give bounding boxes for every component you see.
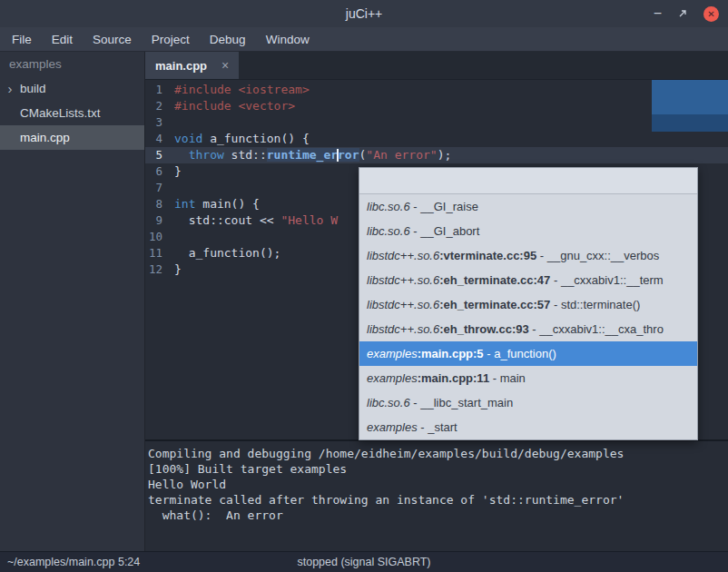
window-title: juCi++	[0, 6, 728, 21]
blue-tooltip-panel	[652, 80, 728, 132]
frame-function: __GI_abort	[420, 224, 479, 238]
frame-module: libstdc++.so.6	[367, 298, 439, 311]
close-icon: ✕	[707, 9, 714, 19]
frame-module: examples	[367, 347, 418, 360]
blue-tooltip-panel-lower	[652, 114, 728, 132]
stack-trace-popup: libc.so.6 - __GI_raiselibc.so.6 - __GI_a…	[359, 167, 698, 440]
sidebar: examples ›buildCMakeLists.txtmain.cpp	[0, 52, 145, 551]
line-number: 1	[145, 82, 170, 98]
stack-frame-row[interactable]: examples - _start	[359, 415, 697, 439]
frame-module: examples	[367, 371, 418, 385]
stack-frame-row[interactable]: libstdc++.so.6:eh_terminate.cc:57 - std:…	[359, 292, 697, 317]
project-header: examples	[0, 52, 144, 76]
window-controls: − ✕	[654, 0, 719, 27]
app-window: juCi++ − ✕ FileEditSourceProjectDebugWin…	[0, 0, 728, 572]
line-number: 6	[145, 163, 170, 180]
frame-file-line: :main.cpp:11	[418, 371, 489, 385]
status-file-position: ~/examples/main.cpp 5:24	[7, 556, 140, 568]
stack-frame-row[interactable]: libstdc++.so.6:vterminate.cc:95 - __gnu_…	[359, 243, 697, 268]
line-number: 4	[145, 131, 170, 147]
frame-module: libstdc++.so.6	[367, 322, 439, 336]
stack-frame-row[interactable]: libc.so.6 - __GI_abort	[359, 219, 697, 243]
restore-arrow-icon	[677, 8, 688, 19]
terminal-line: terminate called after throwing an insta…	[148, 492, 728, 508]
stack-frame-row[interactable]: examples:main.cpp:5 - a_function()	[359, 341, 697, 366]
frame-module: libstdc++.so.6	[367, 273, 439, 287]
code-text: int main() {	[170, 196, 260, 212]
stack-frame-row[interactable]: libstdc++.so.6:eh_terminate.cc:47 - __cx…	[359, 268, 697, 292]
frame-file-line: :main.cpp:5	[418, 347, 484, 360]
tab-close-icon[interactable]: ×	[221, 58, 229, 73]
code-text: #include <iostream>	[170, 82, 310, 98]
frame-file-line: :vterminate.cc:95	[439, 249, 536, 262]
line-number: 12	[145, 261, 170, 278]
popup-header	[359, 168, 697, 194]
tab-bar: main.cpp ×	[145, 52, 728, 80]
line-number: 9	[145, 212, 170, 229]
code-text: std::cout << "Hello W	[170, 212, 338, 229]
tab-main-cpp[interactable]: main.cpp ×	[145, 52, 239, 79]
frame-module: examples	[367, 420, 418, 434]
frame-function: _start	[428, 420, 457, 434]
menu-edit[interactable]: Edit	[42, 27, 83, 51]
status-bar: ~/examples/main.cpp 5:24 stopped (signal…	[0, 551, 728, 572]
line-number: 5	[145, 147, 170, 163]
code-line-4[interactable]: 4void a_function() {	[145, 131, 728, 147]
tree-item-label: CMakeLists.txt	[0, 101, 101, 125]
code-text: a_function();	[170, 245, 280, 261]
frame-module: libstdc++.so.6	[367, 249, 439, 262]
frame-module: libc.so.6	[367, 396, 410, 409]
tree-item-label: build	[17, 76, 46, 101]
frame-function: std::terminate()	[561, 298, 640, 311]
code-line-5[interactable]: 5 throw std::runtime_error("An error");	[145, 147, 728, 163]
terminal-line: [100%] Built target examples	[148, 461, 728, 477]
code-text	[170, 229, 174, 245]
code-line-1[interactable]: 1#include <iostream>	[145, 82, 728, 98]
line-number: 11	[145, 245, 170, 261]
frame-function: __cxxabiv1::__term	[561, 273, 664, 287]
stack-frame-row[interactable]: libc.so.6 - __GI_raise	[359, 194, 697, 219]
frame-function: __gnu_cxx::__verbos	[547, 249, 660, 262]
stack-frame-row[interactable]: libc.so.6 - __libc_start_main	[359, 390, 697, 415]
code-text: }	[170, 163, 182, 180]
frame-function: main	[500, 371, 526, 385]
stack-frame-row[interactable]: examples:main.cpp:11 - main	[359, 366, 697, 390]
minimize-button[interactable]: −	[654, 6, 662, 21]
code-text	[170, 180, 174, 196]
close-button[interactable]: ✕	[703, 6, 719, 22]
frame-file-line: :eh_throw.cc:93	[439, 322, 529, 336]
menu-project[interactable]: Project	[142, 27, 200, 51]
menu-bar: FileEditSourceProjectDebugWindow	[0, 27, 728, 52]
menu-debug[interactable]: Debug	[200, 27, 256, 51]
frame-module: libc.so.6	[367, 224, 410, 238]
code-text: }	[170, 261, 182, 278]
code-line-2[interactable]: 2#include <vector>	[145, 98, 728, 114]
popup-rows: libc.so.6 - __GI_raiselibc.so.6 - __GI_a…	[359, 194, 697, 439]
line-number: 3	[145, 114, 170, 131]
line-number: 7	[145, 180, 170, 196]
terminal-line: Hello World	[148, 477, 728, 492]
menu-file[interactable]: File	[2, 27, 42, 51]
tree-item-label: main.cpp	[0, 125, 70, 150]
frame-function: a_function()	[494, 347, 556, 360]
chevron-right-icon: ›	[3, 76, 17, 101]
tab-label: main.cpp	[155, 59, 207, 73]
frame-module: libc.so.6	[367, 200, 410, 213]
menu-window[interactable]: Window	[256, 27, 320, 51]
restore-button[interactable]	[677, 8, 688, 19]
terminal-line: what(): An error	[148, 508, 728, 523]
terminal-output[interactable]: Compiling and debugging /home/eidheim/ex…	[145, 439, 728, 551]
file-tree-item-main-cpp[interactable]: main.cpp	[0, 125, 144, 150]
file-tree-item-build[interactable]: ›build	[0, 76, 144, 101]
line-number: 8	[145, 196, 170, 212]
frame-file-line: :eh_terminate.cc:47	[439, 273, 550, 287]
frame-function: __cxxabiv1::__cxa_thro	[539, 322, 664, 336]
frame-function: __GI_raise	[420, 200, 478, 213]
frame-function: __libc_start_main	[420, 396, 513, 409]
file-tree-item-cmakelists-txt[interactable]: CMakeLists.txt	[0, 101, 144, 125]
title-bar[interactable]: juCi++ − ✕	[0, 0, 728, 27]
menu-source[interactable]: Source	[83, 27, 142, 51]
code-text: throw std::runtime_error("An error");	[170, 147, 451, 163]
stack-frame-row[interactable]: libstdc++.so.6:eh_throw.cc:93 - __cxxabi…	[359, 317, 697, 341]
code-line-3[interactable]: 3	[145, 114, 728, 131]
